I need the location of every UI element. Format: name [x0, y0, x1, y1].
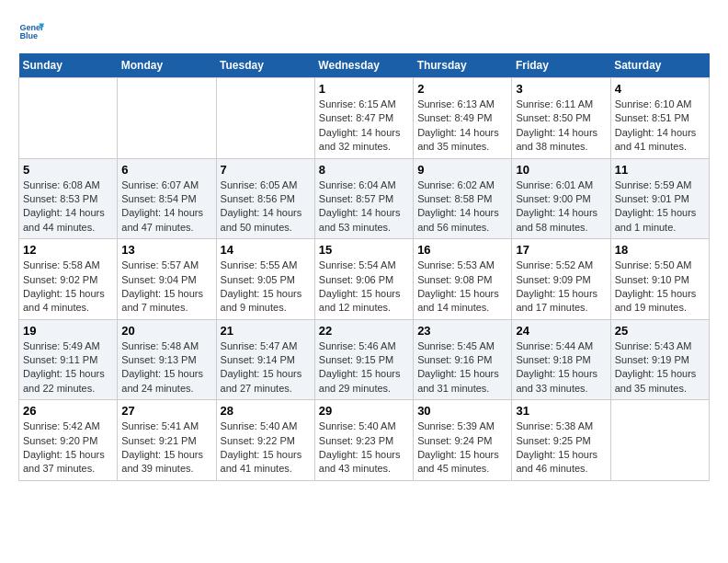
- calendar-cell: 28Sunrise: 5:40 AM Sunset: 9:22 PM Dayli…: [216, 400, 314, 481]
- calendar-cell: 18Sunrise: 5:50 AM Sunset: 9:10 PM Dayli…: [610, 239, 709, 320]
- calendar-cell: 21Sunrise: 5:47 AM Sunset: 9:14 PM Dayli…: [216, 319, 314, 400]
- day-header-friday: Friday: [512, 53, 610, 78]
- calendar-cell: 1Sunrise: 6:15 AM Sunset: 8:47 PM Daylig…: [314, 78, 413, 159]
- calendar-cell: 26Sunrise: 5:42 AM Sunset: 9:20 PM Dayli…: [19, 400, 118, 481]
- day-info: Sunrise: 5:55 AM Sunset: 9:05 PM Dayligh…: [221, 259, 311, 316]
- day-number: 29: [319, 404, 409, 418]
- day-number: 31: [516, 404, 606, 418]
- day-number: 8: [319, 163, 409, 177]
- calendar-week-4: 19Sunrise: 5:49 AM Sunset: 9:11 PM Dayli…: [19, 319, 710, 400]
- day-info: Sunrise: 6:07 AM Sunset: 8:54 PM Dayligh…: [121, 178, 211, 236]
- day-info: Sunrise: 6:15 AM Sunset: 8:47 PM Dayligh…: [319, 98, 409, 155]
- day-number: 3: [516, 82, 606, 96]
- calendar-cell: 30Sunrise: 5:39 AM Sunset: 9:24 PM Dayli…: [414, 400, 512, 481]
- calendar-cell: [118, 78, 216, 159]
- day-info: Sunrise: 5:43 AM Sunset: 9:19 PM Dayligh…: [615, 339, 705, 396]
- day-number: 20: [121, 324, 211, 338]
- day-number: 2: [417, 82, 507, 96]
- calendar-cell: 7Sunrise: 6:05 AM Sunset: 8:56 PM Daylig…: [216, 158, 314, 239]
- calendar-cell: 10Sunrise: 6:01 AM Sunset: 9:00 PM Dayli…: [512, 158, 610, 239]
- calendar-cell: 31Sunrise: 5:38 AM Sunset: 9:25 PM Dayli…: [512, 400, 610, 481]
- day-number: 4: [615, 82, 705, 96]
- calendar-cell: 4Sunrise: 6:10 AM Sunset: 8:51 PM Daylig…: [610, 78, 709, 159]
- calendar-week-5: 26Sunrise: 5:42 AM Sunset: 9:20 PM Dayli…: [19, 400, 710, 481]
- day-info: Sunrise: 5:53 AM Sunset: 9:08 PM Dayligh…: [417, 259, 507, 316]
- calendar-cell: 13Sunrise: 5:57 AM Sunset: 9:04 PM Dayli…: [118, 239, 216, 320]
- day-number: 28: [221, 404, 311, 418]
- day-info: Sunrise: 6:13 AM Sunset: 8:49 PM Dayligh…: [417, 98, 507, 155]
- day-info: Sunrise: 5:39 AM Sunset: 9:24 PM Dayligh…: [417, 419, 507, 477]
- calendar-cell: 19Sunrise: 5:49 AM Sunset: 9:11 PM Dayli…: [19, 319, 118, 400]
- calendar-week-3: 12Sunrise: 5:58 AM Sunset: 9:02 PM Dayli…: [19, 239, 710, 320]
- day-header-tuesday: Tuesday: [216, 53, 314, 78]
- day-number: 26: [23, 404, 113, 418]
- day-number: 14: [221, 243, 311, 257]
- day-number: 6: [121, 163, 211, 177]
- day-number: 1: [319, 82, 409, 96]
- day-number: 30: [417, 404, 507, 418]
- day-number: 15: [319, 243, 409, 257]
- page-header: General Blue: [18, 18, 710, 44]
- day-info: Sunrise: 5:38 AM Sunset: 9:25 PM Dayligh…: [516, 419, 606, 477]
- day-info: Sunrise: 5:57 AM Sunset: 9:04 PM Dayligh…: [121, 259, 211, 316]
- day-info: Sunrise: 6:02 AM Sunset: 8:58 PM Dayligh…: [417, 178, 507, 236]
- day-header-wednesday: Wednesday: [314, 53, 413, 78]
- calendar-cell: [19, 78, 118, 159]
- day-number: 12: [23, 243, 113, 257]
- calendar-cell: 23Sunrise: 5:45 AM Sunset: 9:16 PM Dayli…: [414, 319, 512, 400]
- day-number: 11: [615, 163, 705, 177]
- calendar-cell: 25Sunrise: 5:43 AM Sunset: 9:19 PM Dayli…: [610, 319, 709, 400]
- day-number: 5: [23, 163, 113, 177]
- calendar-week-1: 1Sunrise: 6:15 AM Sunset: 8:47 PM Daylig…: [19, 78, 710, 159]
- day-info: Sunrise: 6:10 AM Sunset: 8:51 PM Dayligh…: [615, 98, 705, 155]
- day-number: 13: [121, 243, 211, 257]
- day-info: Sunrise: 5:58 AM Sunset: 9:02 PM Dayligh…: [23, 259, 113, 316]
- day-info: Sunrise: 6:08 AM Sunset: 8:53 PM Dayligh…: [23, 178, 113, 236]
- day-number: 21: [221, 324, 311, 338]
- calendar-cell: 16Sunrise: 5:53 AM Sunset: 9:08 PM Dayli…: [414, 239, 512, 320]
- day-info: Sunrise: 5:47 AM Sunset: 9:14 PM Dayligh…: [221, 339, 311, 396]
- day-info: Sunrise: 6:11 AM Sunset: 8:50 PM Dayligh…: [516, 98, 606, 155]
- day-number: 10: [516, 163, 606, 177]
- day-number: 22: [319, 324, 409, 338]
- header-row: SundayMondayTuesdayWednesdayThursdayFrid…: [19, 53, 710, 78]
- day-info: Sunrise: 5:40 AM Sunset: 9:23 PM Dayligh…: [319, 419, 409, 477]
- day-info: Sunrise: 6:04 AM Sunset: 8:57 PM Dayligh…: [319, 178, 409, 236]
- day-number: 7: [221, 163, 311, 177]
- calendar-cell: 3Sunrise: 6:11 AM Sunset: 8:50 PM Daylig…: [512, 78, 610, 159]
- day-number: 16: [417, 243, 507, 257]
- calendar-cell: 2Sunrise: 6:13 AM Sunset: 8:49 PM Daylig…: [414, 78, 512, 159]
- day-info: Sunrise: 5:46 AM Sunset: 9:15 PM Dayligh…: [319, 339, 409, 396]
- day-info: Sunrise: 5:42 AM Sunset: 9:20 PM Dayligh…: [23, 419, 113, 477]
- day-info: Sunrise: 5:59 AM Sunset: 9:01 PM Dayligh…: [615, 178, 705, 236]
- calendar-table: SundayMondayTuesdayWednesdayThursdayFrid…: [18, 53, 710, 481]
- logo: General Blue: [18, 18, 48, 44]
- day-info: Sunrise: 5:40 AM Sunset: 9:22 PM Dayligh…: [221, 419, 311, 477]
- day-header-saturday: Saturday: [610, 53, 709, 78]
- logo-icon: General Blue: [18, 18, 44, 44]
- day-number: 17: [516, 243, 606, 257]
- calendar-cell: 14Sunrise: 5:55 AM Sunset: 9:05 PM Dayli…: [216, 239, 314, 320]
- calendar-cell: 27Sunrise: 5:41 AM Sunset: 9:21 PM Dayli…: [118, 400, 216, 481]
- day-header-sunday: Sunday: [19, 53, 118, 78]
- day-info: Sunrise: 6:05 AM Sunset: 8:56 PM Dayligh…: [221, 178, 311, 236]
- day-info: Sunrise: 5:50 AM Sunset: 9:10 PM Dayligh…: [615, 259, 705, 316]
- day-info: Sunrise: 5:44 AM Sunset: 9:18 PM Dayligh…: [516, 339, 606, 396]
- day-info: Sunrise: 5:45 AM Sunset: 9:16 PM Dayligh…: [417, 339, 507, 396]
- day-info: Sunrise: 5:41 AM Sunset: 9:21 PM Dayligh…: [121, 419, 211, 477]
- calendar-cell: 15Sunrise: 5:54 AM Sunset: 9:06 PM Dayli…: [314, 239, 413, 320]
- calendar-cell: 29Sunrise: 5:40 AM Sunset: 9:23 PM Dayli…: [314, 400, 413, 481]
- day-info: Sunrise: 6:01 AM Sunset: 9:00 PM Dayligh…: [516, 178, 606, 236]
- day-header-thursday: Thursday: [414, 53, 512, 78]
- day-info: Sunrise: 5:48 AM Sunset: 9:13 PM Dayligh…: [121, 339, 211, 396]
- day-number: 19: [23, 324, 113, 338]
- calendar-cell: 5Sunrise: 6:08 AM Sunset: 8:53 PM Daylig…: [19, 158, 118, 239]
- day-header-monday: Monday: [118, 53, 216, 78]
- calendar-cell: 8Sunrise: 6:04 AM Sunset: 8:57 PM Daylig…: [314, 158, 413, 239]
- calendar-week-2: 5Sunrise: 6:08 AM Sunset: 8:53 PM Daylig…: [19, 158, 710, 239]
- svg-text:Blue: Blue: [19, 31, 38, 40]
- day-number: 23: [417, 324, 507, 338]
- day-info: Sunrise: 5:49 AM Sunset: 9:11 PM Dayligh…: [23, 339, 113, 396]
- day-number: 24: [516, 324, 606, 338]
- calendar-cell: 17Sunrise: 5:52 AM Sunset: 9:09 PM Dayli…: [512, 239, 610, 320]
